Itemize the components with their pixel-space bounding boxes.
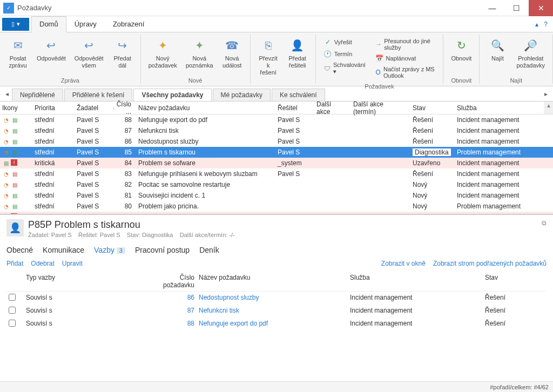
detail-tabs: ObecnéKomunikaceVazby 3Pracovní postupDe… bbox=[6, 238, 547, 260]
view-tab-3[interactable]: Mé požadavky bbox=[213, 89, 271, 101]
action-edit[interactable]: Upravit bbox=[62, 260, 83, 267]
table-row[interactable]: ◔▤středníPavel S86Nedostupnost sluzbyPav… bbox=[0, 136, 553, 147]
ribbon-obnovit[interactable]: ↻Obnovit bbox=[448, 35, 475, 76]
minimize-button[interactable]: — bbox=[480, 0, 504, 16]
ribbon-nový[interactable]: ✦Novýpožadavek bbox=[145, 35, 180, 76]
ribbon-term-n[interactable]: 🕐Termín bbox=[323, 49, 367, 59]
ribbon: ✉Poslatzprávu↩Odpovědět↩Odpovědětvšem↪Př… bbox=[0, 32, 553, 86]
clock-icon: ◔ bbox=[2, 202, 10, 210]
col-number[interactable]: Číslo ... bbox=[109, 102, 135, 114]
převzít-icon: ⎘ bbox=[260, 37, 277, 54]
view-tab-1[interactable]: Přidělené k řešení bbox=[64, 89, 133, 101]
ribbon-odpovědět[interactable]: ↩Odpovědětvšem bbox=[71, 35, 107, 76]
doc-icon: ▤ bbox=[11, 116, 18, 124]
table-row[interactable]: ◔▤středníPavel S88Nefunguje export do pd… bbox=[0, 114, 553, 125]
table-row[interactable]: ◔▤středníPavel S80Problem jako pricina.N… bbox=[0, 201, 553, 212]
col-icons[interactable]: Ikony bbox=[0, 102, 31, 114]
ribbon-předat[interactable]: ↪Předatdál bbox=[109, 35, 136, 76]
nová-icon: ✦ bbox=[191, 37, 208, 54]
col-requester[interactable]: Žadatel bbox=[73, 102, 109, 114]
table-row[interactable]: ▤!kritickáPavel S79Upraveny predmet_syst… bbox=[0, 212, 553, 214]
tab-nav-right-icon[interactable]: ▸ bbox=[541, 90, 551, 98]
table-row[interactable]: ◔▤středníPavel S82Pocitac se samovolne r… bbox=[0, 179, 553, 190]
ribbon-nová[interactable]: ☎Nováudálost bbox=[219, 35, 246, 76]
detail-tab-vazby[interactable]: Vazby 3 bbox=[94, 246, 125, 254]
menu-tab-domů[interactable]: Domů bbox=[31, 16, 66, 32]
title-bar: ✓ Požadavky — ☐ ✕ bbox=[0, 0, 553, 16]
doc2-icon: ▤ bbox=[11, 170, 18, 178]
nový-icon: ✦ bbox=[154, 37, 171, 54]
table-row[interactable]: ◔▤středníPavel S81Souvisejici incident c… bbox=[0, 190, 553, 201]
detail-tab-pracovní postup[interactable]: Pracovní postup bbox=[135, 246, 190, 254]
close-button[interactable]: ✕ bbox=[529, 0, 553, 16]
col-solver[interactable]: Řešitel bbox=[274, 102, 313, 114]
doc-icon: ▤ bbox=[2, 159, 10, 167]
obnovit-icon: ↻ bbox=[453, 37, 470, 54]
ribbon-vy-e-it[interactable]: ✓Vyřešit bbox=[323, 37, 367, 48]
ribbon-schvalov-n-[interactable]: 🛡Schvalování ▾ bbox=[323, 60, 367, 76]
ribbon-collapse-icon[interactable]: ▴ bbox=[535, 21, 538, 28]
row-checkbox[interactable] bbox=[9, 307, 16, 314]
action-open-window[interactable]: Zobrazit v okně bbox=[381, 260, 426, 267]
link-row[interactable]: Souvisí s86Nedostupnost sluzbyIncident m… bbox=[6, 292, 547, 305]
table-row[interactable]: ◔▤středníPavel S83Nefunguje prihlaseni k… bbox=[0, 168, 553, 179]
col-status[interactable]: Stav bbox=[409, 102, 454, 114]
window-title: Požadavky bbox=[17, 4, 480, 12]
view-tab-0[interactable]: Nepřidělené bbox=[12, 89, 63, 101]
link-row[interactable]: Souvisí s87Nefunkcni tiskIncident manage… bbox=[6, 305, 547, 317]
detail-tab-deník[interactable]: Deník bbox=[199, 246, 219, 254]
file-menu[interactable]: ▯ ▾ bbox=[2, 18, 29, 31]
action-remove[interactable]: Odebrat bbox=[31, 260, 54, 267]
table-row[interactable]: ▤!kritickáPavel S84Problem se sofware_sy… bbox=[0, 158, 553, 168]
view-tab-2[interactable]: Všechny požadavky bbox=[133, 89, 211, 101]
clock-icon: ◔ bbox=[2, 116, 10, 124]
maximize-button[interactable]: ☐ bbox=[504, 0, 529, 16]
col-next-action[interactable]: Další akce bbox=[313, 102, 350, 114]
poslat-icon: ✉ bbox=[9, 37, 26, 54]
ribbon-najít[interactable]: 🔍Najít bbox=[484, 35, 511, 76]
col-service[interactable]: Služba bbox=[454, 102, 544, 114]
row-checkbox[interactable] bbox=[9, 294, 16, 301]
table-row[interactable]: ◔▤středníPavel S85Problem s tiskarnouPav… bbox=[0, 147, 553, 158]
maximize-pane-icon[interactable]: ⧉ bbox=[542, 219, 547, 227]
detail-pane: 👤 P85P Problem s tiskarnou Žadatel: Pave… bbox=[0, 214, 553, 330]
col-priority[interactable]: Priorita bbox=[31, 102, 73, 114]
menu-tab-zobrazení[interactable]: Zobrazení bbox=[105, 16, 153, 32]
nová-icon: ☎ bbox=[224, 37, 241, 54]
ribbon-poslat[interactable]: ✉Poslatzprávu bbox=[4, 35, 31, 76]
tab-nav-left-icon[interactable]: ◂ bbox=[2, 90, 12, 98]
ribbon-předat[interactable]: 👤Předatřešiteli bbox=[284, 35, 311, 83]
menu-tab-úpravy[interactable]: Úpravy bbox=[66, 16, 105, 32]
grid-body[interactable]: ◔▤středníPavel S88Nefunguje export do pd… bbox=[0, 114, 553, 214]
detail-actions: Přidat Odebrat Upravit Zobrazit v okně Z… bbox=[6, 260, 547, 272]
menu-bar: ▯ ▾ DomůÚpravyZobrazení ▴ ? bbox=[0, 16, 553, 32]
ribbon-na-st-zpr-vy-z-ms-outlook[interactable]: ONačíst zprávy z MS Outlook bbox=[375, 65, 436, 80]
clock-icon: ◔ bbox=[2, 170, 10, 178]
clock-icon: ◔ bbox=[2, 138, 10, 145]
doc-icon: ▤ bbox=[11, 202, 18, 210]
table-row[interactable]: ◔▤středníPavel S87Nefunkcni tiskPavel SŘ… bbox=[0, 125, 553, 136]
najít-icon: 🔍 bbox=[489, 37, 506, 54]
prohledat-icon: 🔎 bbox=[522, 37, 539, 54]
action-add[interactable]: Přidat bbox=[6, 260, 23, 267]
excl-icon: ! bbox=[11, 213, 17, 214]
ribbon-p-esunout-do-jin-slu-by[interactable]: →Přesunout do jiné služby bbox=[375, 37, 436, 52]
detail-tab-komunikace[interactable]: Komunikace bbox=[43, 246, 84, 254]
ribbon-převzít[interactable]: ⎘Převzítk řešení bbox=[255, 35, 282, 83]
clock-icon: ◔ bbox=[2, 181, 10, 188]
ribbon-odpovědět[interactable]: ↩Odpovědět bbox=[33, 35, 69, 76]
detail-title: P85P Problem s tiskarnou bbox=[28, 219, 235, 231]
ribbon-nová[interactable]: ✦Novápoznámka bbox=[183, 35, 217, 76]
detail-tab-obecné[interactable]: Obecné bbox=[6, 246, 33, 254]
help-icon[interactable]: ? bbox=[544, 21, 548, 28]
clock-icon: ◔ bbox=[2, 148, 10, 156]
view-tab-4[interactable]: Ke schválení bbox=[272, 89, 325, 101]
doc-icon: ▤ bbox=[11, 192, 18, 199]
link-row[interactable]: Souvisí s88Nefunguje export do pdfIncide… bbox=[6, 317, 547, 330]
action-show-tree[interactable]: Zobrazit strom podřazených požadavků bbox=[433, 260, 547, 267]
col-title[interactable]: Název požadavku bbox=[135, 102, 274, 114]
col-next-action-term[interactable]: Další akce (termín) bbox=[350, 102, 409, 114]
row-checkbox[interactable] bbox=[9, 320, 16, 327]
ribbon-prohledat[interactable]: 🔎Prohledatpožadavky bbox=[513, 35, 548, 76]
ribbon-napl-novat[interactable]: 📅Naplánovat bbox=[375, 53, 436, 64]
